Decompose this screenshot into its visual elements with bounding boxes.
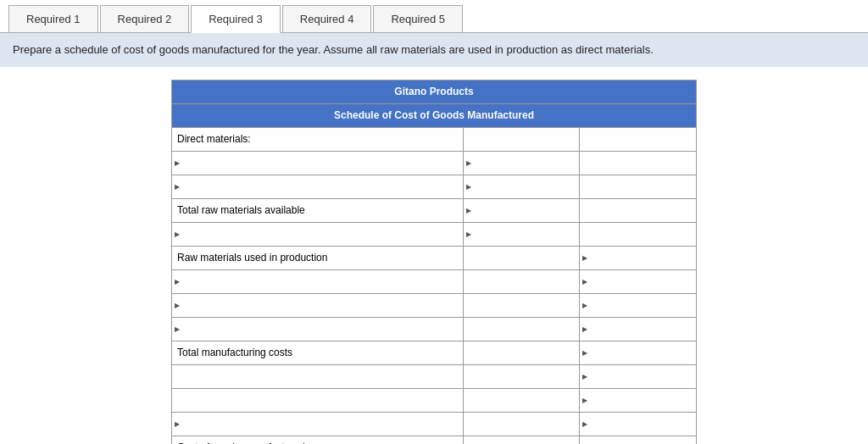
table-row: Total raw materials available (172, 198, 697, 222)
table-row (172, 222, 697, 246)
row-mid-cell[interactable] (463, 222, 580, 246)
table-row (172, 388, 697, 412)
row-right-cell[interactable] (580, 198, 697, 222)
tab-required-5[interactable]: Required 5 (373, 5, 463, 32)
table-row (172, 151, 697, 175)
row-label[interactable] (172, 388, 464, 412)
row-label[interactable] (172, 412, 464, 436)
table-row: Raw materials used in production (172, 246, 697, 269)
company-header: Gitano Products (172, 80, 697, 103)
row-right-cell[interactable] (580, 127, 697, 151)
tab-required-1[interactable]: Required 1 (8, 5, 98, 32)
row-right-cell[interactable] (580, 341, 697, 364)
table-row (172, 269, 697, 293)
tabs-container: Required 1 Required 2 Required 3 Require… (0, 0, 868, 33)
row-label[interactable] (172, 269, 464, 293)
row-mid-cell[interactable] (463, 269, 580, 293)
row-label[interactable] (172, 222, 464, 246)
row-mid-cell[interactable] (463, 175, 580, 198)
table-row (172, 293, 697, 317)
row-right-cell[interactable] (580, 364, 697, 388)
row-mid-cell[interactable] (463, 436, 580, 444)
table-row (172, 364, 697, 388)
row-label: Cost of goods manufactured (172, 436, 464, 444)
row-label[interactable] (172, 151, 464, 175)
table-row: Direct materials: (172, 127, 697, 151)
row-mid-cell[interactable] (463, 388, 580, 412)
row-right-cell[interactable] (580, 412, 697, 436)
row-label[interactable] (172, 364, 464, 388)
row-mid-cell[interactable] (463, 151, 580, 175)
row-mid-cell[interactable] (463, 198, 580, 222)
row-label[interactable] (172, 175, 464, 198)
schedule-table: Gitano Products Schedule of Cost of Good… (171, 80, 697, 445)
row-right-cell[interactable] (580, 175, 697, 198)
row-right-cell[interactable] (580, 246, 697, 269)
row-label: Direct materials: (172, 127, 464, 151)
table-row (172, 317, 697, 341)
row-label: Raw materials used in production (172, 246, 464, 269)
table-row (172, 412, 697, 436)
row-mid-cell[interactable] (463, 317, 580, 341)
row-right-cell[interactable] (580, 388, 697, 412)
row-right-cell[interactable] (580, 269, 697, 293)
row-right-cell[interactable] (580, 222, 697, 246)
row-mid-cell[interactable] (463, 127, 580, 151)
table-row (172, 175, 697, 198)
table-row: Cost of goods manufactured (172, 436, 697, 444)
content-area: Gitano Products Schedule of Cost of Good… (0, 67, 868, 445)
row-mid-cell[interactable] (463, 246, 580, 269)
row-right-cell[interactable] (580, 151, 697, 175)
row-mid-cell[interactable] (463, 412, 580, 436)
row-label[interactable] (172, 317, 464, 341)
row-mid-cell[interactable] (463, 364, 580, 388)
row-label[interactable] (172, 293, 464, 317)
row-label: Total manufacturing costs (172, 341, 464, 364)
instruction-text: Prepare a schedule of cost of goods manu… (13, 43, 654, 56)
tab-required-4[interactable]: Required 4 (282, 5, 372, 32)
row-right-cell[interactable] (580, 317, 697, 341)
tab-required-2[interactable]: Required 2 (100, 5, 190, 32)
row-mid-cell[interactable] (463, 293, 580, 317)
row-right-cell[interactable] (580, 293, 697, 317)
table-row: Total manufacturing costs (172, 341, 697, 364)
instruction-box: Prepare a schedule of cost of goods manu… (0, 33, 868, 67)
row-right-cell[interactable] (580, 436, 697, 444)
row-mid-cell[interactable] (463, 341, 580, 364)
title-header: Schedule of Cost of Goods Manufactured (172, 103, 697, 127)
tab-required-3[interactable]: Required 3 (191, 5, 281, 33)
row-label: Total raw materials available (172, 198, 464, 222)
